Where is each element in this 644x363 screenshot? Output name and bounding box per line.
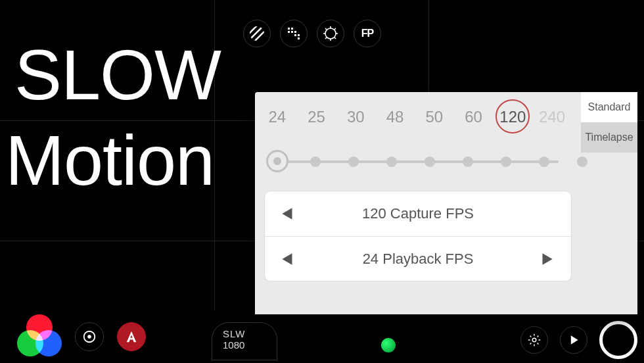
svg-point-26	[532, 338, 536, 342]
playback-fps-row: 24 Playback FPS	[265, 236, 571, 281]
fp-icon[interactable]: FP	[354, 20, 381, 47]
resolution-label: 1080	[223, 339, 244, 351]
svg-rect-13	[298, 34, 300, 36]
fps-options-row: 242530485060120240	[255, 104, 581, 139]
slider-stop[interactable]	[348, 157, 359, 167]
zebra-icon[interactable]	[243, 20, 271, 47]
focus-icon[interactable]	[75, 322, 104, 351]
svg-rect-9	[288, 31, 290, 33]
playback-increase-icon[interactable]	[538, 251, 557, 268]
fps-option-48[interactable]: 48	[377, 108, 413, 126]
tab-timelapse[interactable]: Timelapse	[581, 122, 637, 153]
fp-label: FP	[361, 28, 373, 39]
capture-decrease-icon[interactable]	[279, 205, 298, 222]
play-icon[interactable]	[560, 326, 587, 354]
gear-icon[interactable]	[317, 20, 344, 47]
svg-rect-14	[298, 37, 300, 39]
slider-stop[interactable]	[501, 157, 511, 167]
fps-option-24[interactable]: 24	[260, 108, 295, 126]
slider-handle[interactable]	[266, 150, 288, 172]
svg-rect-7	[288, 28, 290, 30]
fps-option-60[interactable]: 60	[456, 108, 492, 126]
overlay-title-line2: Motion	[5, 125, 214, 196]
svg-rect-12	[294, 34, 296, 36]
settings-icon[interactable]	[520, 326, 548, 354]
fps-slider[interactable]	[267, 139, 569, 184]
slider-stop[interactable]	[310, 157, 321, 167]
fps-option-50[interactable]: 50	[417, 108, 452, 126]
mode-chip[interactable]: SLW 1080	[212, 322, 277, 360]
svg-line-20	[325, 28, 327, 30]
svg-line-23	[334, 28, 336, 30]
capture-fps-label: 120 Capture FPS	[298, 205, 538, 222]
svg-marker-27	[571, 335, 578, 344]
focus-peaking-icon[interactable]	[280, 20, 308, 47]
svg-point-25	[87, 335, 91, 339]
fps-option-25[interactable]: 25	[299, 108, 334, 126]
mode-label: SLW	[223, 328, 245, 339]
slider-stop[interactable]	[577, 157, 587, 167]
rgb-icon[interactable]	[17, 314, 62, 359]
slider-stop[interactable]	[539, 157, 549, 167]
svg-marker-31	[543, 253, 553, 264]
svg-line-21	[334, 37, 336, 39]
svg-marker-30	[282, 253, 292, 264]
slider-stop[interactable]	[463, 157, 473, 167]
tab-standard[interactable]: Standard	[581, 92, 637, 122]
svg-rect-11	[294, 31, 296, 33]
slider-stop[interactable]	[386, 157, 397, 167]
auto-icon[interactable]	[117, 322, 146, 351]
svg-marker-28	[282, 208, 292, 219]
fps-option-120[interactable]: 120	[495, 108, 530, 126]
fps-panel: 242530485060120240 120 Capture FPS 24 Pl…	[255, 92, 637, 314]
svg-point-15	[325, 28, 336, 39]
record-button[interactable]	[599, 321, 637, 359]
level-indicator-icon	[381, 338, 396, 352]
svg-rect-8	[291, 28, 293, 30]
playback-decrease-icon[interactable]	[279, 251, 298, 268]
capture-fps-row: 120 Capture FPS	[265, 191, 571, 236]
svg-line-22	[325, 37, 327, 39]
fps-option-30[interactable]: 30	[338, 108, 373, 126]
svg-rect-10	[291, 31, 293, 33]
overlay-title-line1: SLOW	[14, 39, 221, 110]
fps-option-240: 240	[534, 108, 570, 126]
slider-stop[interactable]	[425, 157, 435, 167]
playback-fps-label: 24 Playback FPS	[298, 251, 538, 268]
